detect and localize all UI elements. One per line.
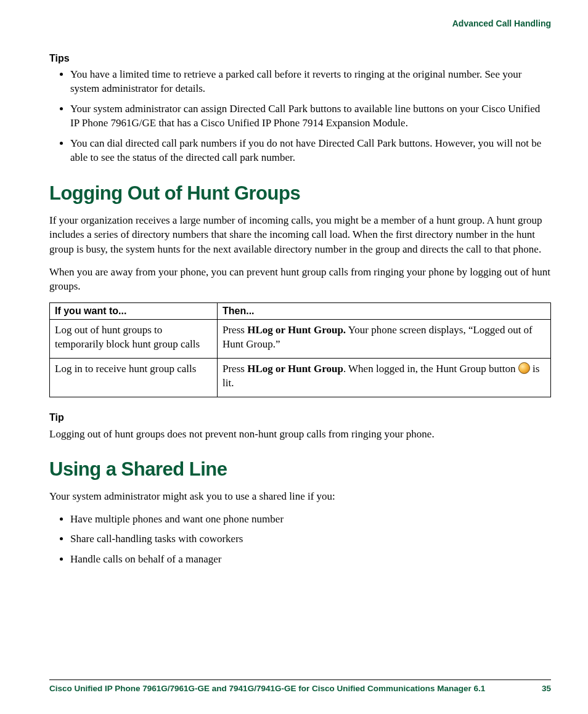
- list-item: You have a limited time to retrieve a pa…: [70, 68, 551, 96]
- page-footer: Cisco Unified IP Phone 7961G/7961G-GE an…: [49, 680, 551, 693]
- paragraph: Your system administrator might ask you …: [49, 489, 551, 503]
- cell-then: Press HLog or Hunt Group. When logged in…: [218, 358, 551, 397]
- tip-heading: Tip: [49, 412, 551, 423]
- table-row: Log in to receive hunt group calls Press…: [50, 358, 551, 397]
- paragraph: Logging out of hunt groups does not prev…: [49, 427, 551, 441]
- shared-list: Have multiple phones and want one phone …: [49, 513, 551, 567]
- section-heading-shared: Using a Shared Line: [49, 458, 551, 481]
- text: . When logged in, the Hunt Group button: [343, 363, 518, 375]
- col-header-if: If you want to...: [50, 302, 218, 319]
- paragraph: When you are away from your phone, you c…: [49, 265, 551, 294]
- footer-title: Cisco Unified IP Phone 7961G/7961G-GE an…: [49, 684, 485, 693]
- bold-text: HLog or Hunt Group: [247, 363, 343, 375]
- page: Advanced Call Handling Tips You have a l…: [0, 0, 588, 714]
- col-header-then: Then...: [218, 302, 551, 319]
- tips-heading: Tips: [49, 53, 551, 64]
- procedure-table: If you want to... Then... Log out of hun…: [49, 302, 551, 397]
- list-item: You can dial directed call park numbers …: [70, 137, 551, 165]
- table-header-row: If you want to... Then...: [50, 302, 551, 319]
- list-item: Handle calls on behalf of a manager: [70, 553, 551, 567]
- table-row: Log out of hunt groups to temporarily bl…: [50, 319, 551, 358]
- text: Press: [223, 363, 247, 375]
- bold-text: HLog or Hunt Group.: [247, 324, 346, 336]
- list-item: Your system administrator can assign Dir…: [70, 102, 551, 131]
- text: Press: [223, 324, 247, 336]
- cell-if: Log out of hunt groups to temporarily bl…: [50, 319, 218, 358]
- list-item: Share call-handling tasks with coworkers: [70, 532, 551, 546]
- cell-if: Log in to receive hunt group calls: [50, 358, 218, 397]
- section-heading-hunt: Logging Out of Hunt Groups: [49, 182, 551, 205]
- lit-button-icon: [518, 362, 530, 374]
- tips-list: You have a limited time to retrieve a pa…: [49, 68, 551, 165]
- list-item: Have multiple phones and want one phone …: [70, 513, 551, 527]
- footer-page-number: 35: [542, 684, 551, 693]
- cell-then: Press HLog or Hunt Group. Your phone scr…: [218, 319, 551, 358]
- paragraph: If your organization receives a large nu…: [49, 213, 551, 256]
- running-header: Advanced Call Handling: [49, 18, 551, 28]
